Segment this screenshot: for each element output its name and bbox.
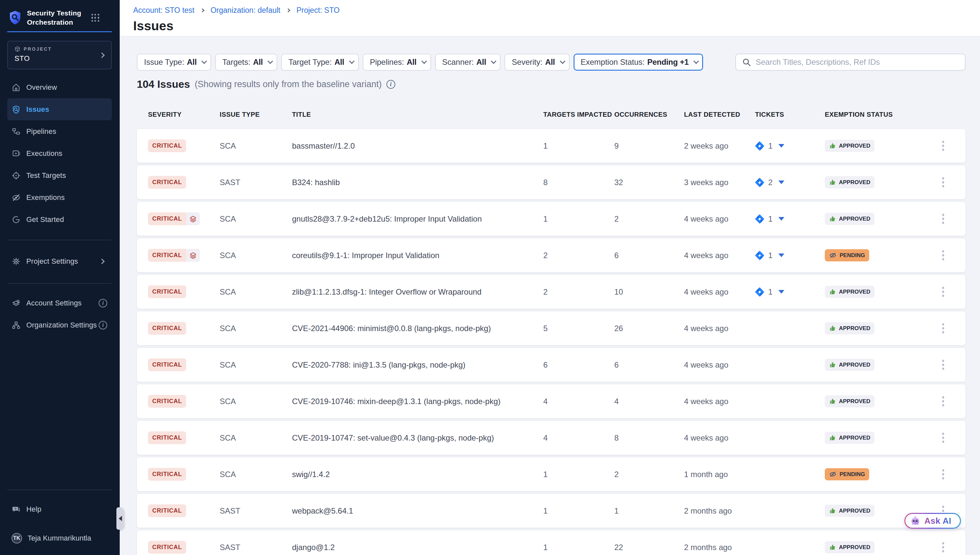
row-menu-button[interactable] bbox=[929, 530, 958, 555]
filter-pipelines[interactable]: Pipelines:All bbox=[363, 54, 431, 71]
breadcrumb-project[interactable]: Project: STO bbox=[296, 6, 339, 15]
table-row[interactable]: CRITICAL SCAgnutls28@3.7.9-2+deb12u5: Im… bbox=[137, 202, 966, 236]
ticket-count: 1 bbox=[768, 251, 773, 260]
row-menu-button[interactable] bbox=[929, 457, 958, 491]
ticket-count: 1 bbox=[768, 214, 773, 224]
table-row[interactable]: CRITICALSCAzlib@1:1.2.13.dfsg-1: Integer… bbox=[137, 275, 966, 309]
sidebar-item-pipelines[interactable]: Pipelines bbox=[7, 120, 112, 142]
occurrences: 10 bbox=[614, 287, 684, 297]
ticket-cell[interactable]: 1 bbox=[755, 287, 825, 297]
targets-impacted: 8 bbox=[543, 178, 614, 187]
row-menu-button[interactable] bbox=[929, 129, 958, 163]
issue-type: SAST bbox=[220, 543, 292, 552]
sidebar-settings-group: Account SettingsiOrganization Settingsi bbox=[0, 292, 120, 336]
info-icon[interactable]: i bbox=[99, 321, 107, 329]
breadcrumb-organization[interactable]: Organization: default bbox=[210, 6, 280, 15]
search-input[interactable] bbox=[756, 54, 965, 70]
filter-targets[interactable]: Targets:All bbox=[215, 54, 277, 71]
pipelines-icon bbox=[11, 127, 21, 136]
ask-ai-label: Ask AI bbox=[924, 516, 951, 526]
last-detected: 4 weeks ago bbox=[684, 251, 755, 260]
ticket-cell[interactable]: 2 bbox=[755, 178, 825, 187]
sidebar-item-label: Help bbox=[26, 505, 42, 513]
sidebar-item-executions[interactable]: Executions bbox=[7, 142, 112, 164]
sidebar-item-issues[interactable]: Issues bbox=[7, 98, 112, 120]
user-menu[interactable]: TK Teja Kummarikuntla bbox=[7, 528, 112, 549]
content-area: Issue Type:AllTargets:AllTarget Type:All… bbox=[120, 37, 980, 555]
row-menu-button[interactable] bbox=[929, 421, 958, 455]
app-window: Security Testing Orchestration PROJECT S… bbox=[0, 0, 980, 555]
exemption-status-badge: APPROVED bbox=[825, 322, 874, 334]
executions-icon bbox=[11, 149, 21, 158]
column-header-issue-type: ISSUE TYPE bbox=[220, 111, 292, 119]
sidebar-item-organization-settings[interactable]: Organization Settingsi bbox=[7, 314, 112, 336]
table-row[interactable]: CRITICALSCACVE-2019-10747: set-value@0.4… bbox=[137, 421, 966, 455]
row-menu-button[interactable] bbox=[929, 384, 958, 418]
column-header-severity: SEVERITY bbox=[148, 111, 220, 119]
jira-icon bbox=[755, 178, 764, 187]
chevron-down-icon bbox=[349, 59, 354, 64]
sidebar-collapse-handle[interactable] bbox=[116, 507, 124, 530]
issue-title: zlib@1:1.2.13.dfsg-1: Integer Overflow o… bbox=[292, 287, 543, 297]
table-row[interactable]: CRITICALSASTdjango@1.21222 months agoAPP… bbox=[137, 530, 966, 555]
project-selector[interactable]: PROJECT STO bbox=[7, 41, 112, 69]
row-menu-button[interactable] bbox=[929, 202, 958, 236]
sidebar-bottom: ? Help TK Teja Kummarikuntla bbox=[0, 480, 120, 555]
ticket-cell[interactable]: 1 bbox=[755, 214, 825, 224]
get-started-icon bbox=[11, 215, 21, 224]
sidebar-item-exemptions[interactable]: Exemptions bbox=[7, 186, 112, 209]
table-row[interactable]: CRITICALSCAbassmaster//1.2.0192 weeks ag… bbox=[137, 129, 966, 163]
sidebar-item-label: Pipelines bbox=[26, 127, 56, 136]
row-menu-button[interactable] bbox=[929, 165, 958, 199]
row-menu-button[interactable] bbox=[929, 348, 958, 382]
filter-label: Target Type: bbox=[289, 58, 332, 67]
app-grid-icon[interactable] bbox=[91, 14, 99, 22]
filter-target-type[interactable]: Target Type:All bbox=[281, 54, 358, 71]
sidebar-item-test-targets[interactable]: Test Targets bbox=[7, 164, 112, 186]
severity-badge: CRITICAL bbox=[148, 541, 186, 554]
sidebar-item-project-settings[interactable]: Project Settings bbox=[7, 250, 112, 272]
issue-title: webpack@5.64.1 bbox=[292, 506, 543, 515]
page-title: Issues bbox=[133, 19, 980, 33]
page-header: Account: STO test Organization: default … bbox=[120, 0, 980, 37]
info-icon[interactable]: i bbox=[387, 80, 395, 89]
issue-type: SCA bbox=[220, 324, 292, 333]
chevron-down-icon bbox=[491, 59, 497, 64]
table-row[interactable]: CRITICALSASTB324: hashlib8323 weeks ago … bbox=[137, 165, 966, 199]
sidebar-item-help[interactable]: ? Help bbox=[7, 498, 112, 520]
severity-badge: CRITICAL bbox=[148, 140, 186, 152]
table-row[interactable]: CRITICALSCACVE-2019-10746: mixin-deep@1.… bbox=[137, 384, 966, 418]
chevron-down-icon bbox=[421, 59, 427, 64]
table-row[interactable]: CRITICALSCACVE-2021-44906: minimist@0.0.… bbox=[137, 311, 966, 345]
filter-issue-type[interactable]: Issue Type:All bbox=[137, 54, 211, 71]
last-detected: 1 month ago bbox=[684, 470, 755, 479]
ask-ai-button[interactable]: Ask AI bbox=[905, 513, 961, 529]
table-row[interactable]: CRITICAL SCAcoreutils@9.1-1: Improper In… bbox=[137, 238, 966, 272]
chevron-down-icon bbox=[778, 217, 784, 221]
sidebar: Security Testing Orchestration PROJECT S… bbox=[0, 0, 120, 555]
sto-logo-icon bbox=[8, 11, 22, 25]
row-menu-button[interactable] bbox=[929, 238, 958, 272]
thumbs-up-icon bbox=[829, 361, 836, 368]
sidebar-item-account-settings[interactable]: Account Settingsi bbox=[7, 292, 112, 314]
chevron-down-icon bbox=[778, 144, 784, 148]
ticket-count: 1 bbox=[768, 141, 773, 151]
avatar: TK bbox=[11, 533, 22, 544]
breadcrumb-account[interactable]: Account: STO test bbox=[133, 6, 194, 15]
row-menu-button[interactable] bbox=[929, 275, 958, 309]
filter-severity[interactable]: Severity:All bbox=[504, 54, 569, 71]
table-row[interactable]: CRITICALSCACVE-2020-7788: ini@1.3.5 (lan… bbox=[137, 348, 966, 382]
info-icon[interactable]: i bbox=[99, 299, 107, 307]
filter-exemption-status[interactable]: Exemption Status:Pending +1 bbox=[574, 54, 703, 71]
sidebar-item-overview[interactable]: Overview bbox=[7, 76, 112, 98]
occurrences: 32 bbox=[614, 178, 684, 187]
issues-table-body: CRITICALSCAbassmaster//1.2.0192 weeks ag… bbox=[137, 129, 966, 555]
ticket-cell[interactable]: 1 bbox=[755, 141, 825, 151]
occurrences: 1 bbox=[614, 506, 684, 515]
table-row[interactable]: CRITICALSASTwebpack@5.64.1112 months ago… bbox=[137, 494, 966, 528]
filter-scanner[interactable]: Scanner:All bbox=[435, 54, 501, 71]
sidebar-item-get-started[interactable]: Get Started bbox=[7, 209, 112, 231]
ticket-cell[interactable]: 1 bbox=[755, 251, 825, 260]
table-row[interactable]: CRITICALSCAswig//1.4.2121 month ago PEND… bbox=[137, 457, 966, 491]
row-menu-button[interactable] bbox=[929, 311, 958, 345]
